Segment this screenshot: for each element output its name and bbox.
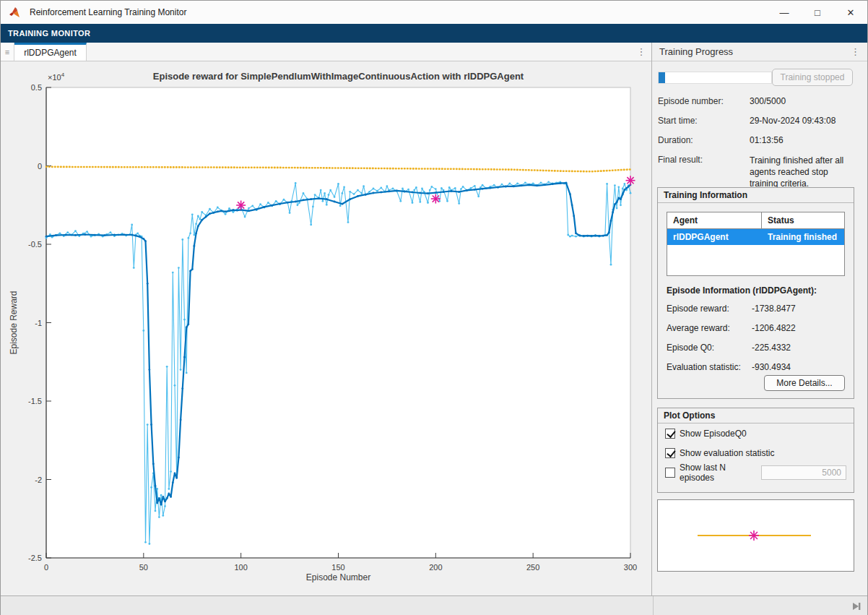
progress-fields: Episode number: 300/5000 Start time: 29-… bbox=[658, 96, 853, 190]
tab-rlddpgagent[interactable]: rlDDPGAgent bbox=[14, 43, 87, 61]
status-bar bbox=[1, 595, 867, 615]
panel-header: Training Progress ⋮ bbox=[652, 43, 867, 61]
table-header-row: Agent Status bbox=[667, 212, 844, 229]
plot-options-title: Plot Options bbox=[658, 408, 854, 423]
table-empty-area bbox=[667, 245, 844, 275]
svg-text:Episode Reward: Episode Reward bbox=[9, 291, 19, 354]
svg-text:-1: -1 bbox=[35, 319, 42, 327]
minimize-button[interactable]: — bbox=[768, 1, 801, 24]
evaluation-statistic-label: Evaluation statistic: bbox=[667, 362, 752, 372]
panel-title: Training Progress bbox=[659, 46, 733, 57]
figure-area: 0501001502002503000.50-0.5-1-1.5-2-2.5Ep… bbox=[1, 61, 653, 595]
final-result-label: Final result: bbox=[658, 155, 750, 190]
training-progress-panel: Training Progress ⋮ Training stopped Epi… bbox=[651, 43, 867, 595]
status-bar-divider bbox=[653, 596, 654, 615]
episode-reward-label: Episode reward: bbox=[667, 304, 752, 314]
show-evaluation-checkbox[interactable] bbox=[665, 448, 675, 458]
training-progress-bar bbox=[658, 72, 772, 84]
option-row-evaluation: Show evaluation statistic bbox=[665, 443, 846, 463]
maximize-button[interactable]: □ bbox=[801, 1, 834, 24]
episode-number-value: 300/5000 bbox=[750, 96, 853, 106]
option-row-episodeq0: Show EpisodeQ0 bbox=[665, 423, 846, 443]
svg-text:200: 200 bbox=[429, 563, 442, 572]
svg-text:Episode reward for SimplePendl: Episode reward for SimplePendlumWithImag… bbox=[153, 71, 524, 82]
legend-preview-chart bbox=[658, 500, 845, 571]
document-menu-icon[interactable]: ≡ bbox=[1, 43, 14, 61]
cell-status: Training finished bbox=[762, 229, 844, 245]
n-episodes-input[interactable] bbox=[761, 465, 846, 480]
start-time-label: Start time: bbox=[658, 116, 750, 126]
show-episodeq0-checkbox[interactable] bbox=[665, 429, 675, 439]
training-information-section: Training Information Agent Status rlDDPG… bbox=[657, 187, 854, 399]
training-information-title: Training Information bbox=[658, 188, 854, 203]
final-result-value: Training finished after all agents reach… bbox=[750, 155, 853, 190]
svg-text:-0.5: -0.5 bbox=[28, 240, 42, 249]
agent-status-table[interactable]: Agent Status rlDDPGAgent Training finish… bbox=[667, 212, 845, 276]
svg-text:-2: -2 bbox=[35, 476, 42, 484]
cell-agent: rlDDPGAgent bbox=[667, 229, 762, 245]
episode-reward-value: -1738.8477 bbox=[752, 304, 845, 314]
tab-overflow-menu-icon[interactable]: ⋮ bbox=[631, 43, 651, 61]
panel-body: Training stopped Episode number: 300/500… bbox=[652, 61, 867, 190]
svg-text:0.5: 0.5 bbox=[31, 83, 42, 92]
svg-text:0: 0 bbox=[38, 162, 42, 171]
progress-fill bbox=[659, 72, 665, 83]
close-button[interactable]: ✕ bbox=[834, 1, 867, 24]
svg-text:150: 150 bbox=[331, 563, 344, 572]
svg-text:-2.5: -2.5 bbox=[28, 554, 42, 562]
table-row[interactable]: rlDDPGAgent Training finished bbox=[667, 229, 844, 245]
show-last-n-label: Show last N episodes bbox=[680, 463, 761, 483]
svg-text:Episode Number: Episode Number bbox=[306, 572, 370, 582]
svg-text:0: 0 bbox=[44, 563, 48, 572]
svg-text:-1.5: -1.5 bbox=[28, 397, 42, 405]
title-bar: Reinforcement Learning Training Monitor … bbox=[1, 1, 867, 24]
training-stopped-button[interactable]: Training stopped bbox=[772, 69, 853, 86]
show-evaluation-label: Show evaluation statistic bbox=[680, 448, 774, 458]
episode-q0-value: -225.4332 bbox=[752, 343, 845, 353]
episode-information-fields: Episode reward: -1738.8477 Average rewar… bbox=[667, 304, 845, 372]
ribbon-tab-training-monitor[interactable]: TRAINING MONITOR bbox=[8, 29, 90, 38]
evaluation-statistic-value: -930.4934 bbox=[752, 362, 845, 372]
show-episodeq0-label: Show EpisodeQ0 bbox=[680, 429, 747, 439]
episode-information-title: Episode Information (rlDDPGAgent): bbox=[667, 285, 845, 296]
window-title: Reinforcement Learning Training Monitor bbox=[30, 7, 186, 17]
duration-value: 01:13:56 bbox=[750, 135, 853, 145]
main-panel: ≡ rlDDPGAgent ⋮ 0501001502002503000.50-0… bbox=[1, 43, 651, 595]
episode-number-label: Episode number: bbox=[658, 96, 750, 106]
average-reward-value: -1206.4822 bbox=[752, 323, 845, 333]
more-details-button[interactable]: More Details... bbox=[764, 375, 845, 391]
average-reward-label: Average reward: bbox=[667, 323, 752, 333]
svg-text:50: 50 bbox=[139, 563, 148, 572]
toolstrip-ribbon: TRAINING MONITOR bbox=[1, 24, 867, 43]
plot-options-section: Plot Options Show EpisodeQ0 Show evaluat… bbox=[657, 408, 854, 493]
legend-preview-panel bbox=[657, 499, 854, 572]
duration-label: Duration: bbox=[658, 135, 750, 145]
panel-menu-icon[interactable]: ⋮ bbox=[851, 46, 860, 57]
window-controls: — □ ✕ bbox=[768, 1, 867, 24]
episode-reward-chart[interactable]: 0501001502002503000.50-0.5-1-1.5-2-2.5Ep… bbox=[1, 61, 653, 595]
content-area: ≡ rlDDPGAgent ⋮ 0501001502002503000.50-0… bbox=[1, 43, 867, 595]
svg-text:100: 100 bbox=[234, 563, 247, 572]
skip-to-end-icon[interactable] bbox=[851, 601, 862, 611]
start-time-value: 29-Nov-2024 09:43:08 bbox=[750, 116, 853, 126]
tab-strip: ≡ rlDDPGAgent ⋮ bbox=[1, 43, 651, 61]
column-status: Status bbox=[762, 212, 844, 228]
column-agent: Agent bbox=[667, 212, 762, 228]
app-window: Reinforcement Learning Training Monitor … bbox=[0, 0, 868, 615]
option-row-last-n: Show last N episodes bbox=[665, 463, 846, 482]
episode-q0-label: Episode Q0: bbox=[667, 343, 752, 353]
matlab-logo-icon bbox=[9, 7, 22, 18]
svg-text:×104: ×104 bbox=[48, 72, 65, 82]
show-last-n-checkbox[interactable] bbox=[665, 468, 675, 478]
svg-text:300: 300 bbox=[624, 563, 637, 572]
svg-text:250: 250 bbox=[526, 563, 539, 572]
